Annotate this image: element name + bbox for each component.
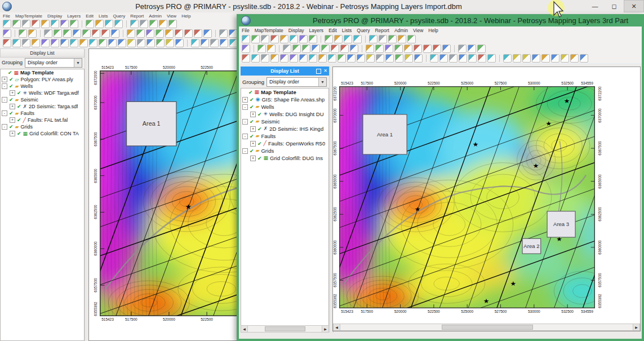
- edit-map-icon[interactable]: [242, 35, 250, 43]
- zoom-extent-icon[interactable]: [302, 45, 310, 53]
- report-icon[interactable]: [168, 20, 177, 28]
- scrollbar-thumb[interactable]: [265, 326, 305, 331]
- tree-item[interactable]: ✔▦Map Template: [1, 69, 84, 76]
- checkbox-checked-icon[interactable]: ✔: [17, 90, 21, 96]
- location-map-icon[interactable]: [99, 39, 107, 47]
- map-thumbnail-icon[interactable]: [270, 35, 279, 43]
- menu-file[interactable]: File: [3, 14, 10, 19]
- zoom-extent-icon[interactable]: [63, 29, 72, 38]
- colorfill-layer-icon[interactable]: [41, 39, 50, 47]
- tree-item[interactable]: +✔▦Grid Colorfill: CON TA: [1, 130, 84, 137]
- bubble-layer-icon[interactable]: [366, 54, 375, 63]
- tree-item[interactable]: -✔▰Grids: [1, 123, 84, 130]
- globe-icon[interactable]: [468, 45, 476, 53]
- layer-new-icon[interactable]: [86, 20, 94, 28]
- tree-item[interactable]: -✔▰Faults: [241, 132, 328, 140]
- tree-item[interactable]: -✔▰Faults: [1, 110, 84, 117]
- tree-item[interactable]: +✔◉GIS: Shape File Areas.shp: [241, 96, 328, 103]
- tree-item[interactable]: +✔▦Grid Colorfill: DUG Ins: [241, 154, 328, 162]
- copy-map-icon[interactable]: [375, 45, 384, 53]
- duplicate-icon[interactable]: [414, 45, 422, 53]
- checkbox-checked-icon[interactable]: ✔: [250, 104, 254, 110]
- blank-doc-icon[interactable]: [219, 29, 228, 38]
- tree-item[interactable]: -✔▰Wells: [1, 83, 84, 90]
- tree-item[interactable]: -✔▰Seismic: [241, 118, 328, 125]
- title-block-icon[interactable]: [405, 54, 413, 63]
- wells-layer-icon[interactable]: [251, 54, 260, 63]
- snapshot-icon[interactable]: [321, 45, 330, 53]
- undo-icon[interactable]: [19, 29, 27, 38]
- view-map-icon[interactable]: [251, 35, 260, 43]
- polygon-draw-icon[interactable]: [449, 54, 458, 63]
- fit-page-icon[interactable]: [101, 29, 110, 38]
- menu-maptemplate[interactable]: MapTemplate: [15, 14, 42, 19]
- menu-view[interactable]: View: [413, 28, 423, 33]
- menu-layers[interactable]: Layers: [67, 14, 81, 19]
- gis-layer-icon[interactable]: [347, 54, 356, 63]
- open-file-icon[interactable]: [379, 35, 387, 43]
- black-box-icon[interactable]: [350, 45, 358, 53]
- checkbox-checked-icon[interactable]: ✔: [9, 77, 14, 82]
- north-arrow-icon[interactable]: [503, 54, 512, 63]
- expander-icon[interactable]: -: [242, 104, 248, 110]
- abc-label-icon[interactable]: [430, 54, 438, 63]
- overlay-frame-icon[interactable]: [561, 54, 569, 63]
- tree-item[interactable]: -✔▰Seismic: [1, 96, 84, 103]
- dock-horizontal-scrollbar[interactable]: ◀ ▶: [241, 325, 329, 333]
- zoom-out-icon[interactable]: [292, 45, 301, 53]
- map-thumbnail-icon[interactable]: [32, 20, 40, 28]
- menu-help[interactable]: Help: [181, 14, 190, 19]
- contour-map-canvas[interactable]: ★★★★★★★★Area 1Area 2Area 3: [339, 86, 595, 308]
- line-draw-icon[interactable]: [439, 54, 448, 63]
- tree-item[interactable]: +✔✳Wells: DUG Insight DU: [241, 110, 328, 118]
- menu-display[interactable]: Display: [47, 14, 62, 19]
- map-preview-icon[interactable]: [22, 20, 30, 28]
- back-titlebar[interactable]: Petrosys PRO @ PRIMARY - psyslite.sdb - …: [0, 0, 644, 13]
- table-icon[interactable]: [127, 29, 135, 38]
- checkbox-checked-icon[interactable]: ✔: [9, 83, 14, 89]
- redo-icon[interactable]: [28, 29, 37, 38]
- tree-item[interactable]: +✔✗2D Seismic: IHS Kingd: [241, 125, 328, 132]
- layer-save-icon[interactable]: [344, 35, 352, 43]
- open-file-icon[interactable]: [140, 20, 148, 28]
- pointer-icon[interactable]: [442, 45, 451, 53]
- bring-front-icon[interactable]: [165, 29, 174, 38]
- undo-icon[interactable]: [257, 45, 266, 53]
- layer-import-icon[interactable]: [353, 35, 362, 43]
- checkbox-checked-icon[interactable]: ✔: [257, 156, 262, 161]
- minimize-button[interactable]: —: [585, 1, 605, 12]
- ellipse-draw-icon[interactable]: [478, 54, 486, 63]
- globe-view-icon[interactable]: [580, 54, 588, 63]
- scale-bar-icon[interactable]: [513, 54, 521, 63]
- scroll-left-icon[interactable]: ◀: [241, 326, 248, 332]
- fault-layer-icon[interactable]: [79, 39, 88, 47]
- text-layer-icon[interactable]: [70, 39, 78, 47]
- text-layer-icon[interactable]: [309, 54, 317, 63]
- map-area-annotation[interactable]: Area 2: [522, 238, 541, 254]
- checkbox-checked-icon[interactable]: ✔: [257, 126, 262, 132]
- expander-icon[interactable]: +: [250, 126, 256, 132]
- globe-layer-icon[interactable]: [328, 54, 336, 63]
- expander-icon[interactable]: +: [10, 117, 15, 123]
- scrollbar-thumb[interactable]: [442, 325, 533, 330]
- redo-icon[interactable]: [267, 45, 276, 53]
- expander-icon[interactable]: -: [2, 124, 7, 130]
- checkbox-checked-icon[interactable]: ✔: [17, 117, 21, 123]
- save-file-icon[interactable]: [388, 35, 397, 43]
- expander-icon[interactable]: -: [2, 110, 7, 116]
- tree-item[interactable]: ✔▦Map Template: [241, 88, 328, 96]
- colorbar-icon[interactable]: [522, 54, 531, 63]
- checkbox-checked-icon[interactable]: ✔: [17, 104, 21, 109]
- pan-icon[interactable]: [312, 45, 320, 53]
- hash-grid-icon[interactable]: [414, 54, 423, 63]
- page-copy-icon[interactable]: [184, 29, 193, 38]
- stop-icon[interactable]: [3, 29, 11, 38]
- map-horizontal-scrollbar[interactable]: ◀ ▶: [333, 324, 640, 331]
- refresh-icon[interactable]: [331, 45, 339, 53]
- tree-item[interactable]: +✔╱Faults: FAL twt.fal: [1, 117, 84, 123]
- layer-open-icon[interactable]: [95, 20, 104, 28]
- expander-icon[interactable]: +: [242, 97, 248, 103]
- checkbox-checked-icon[interactable]: ✔: [257, 112, 262, 117]
- paste-map-icon[interactable]: [385, 45, 393, 53]
- edit-dbm-icon[interactable]: [70, 20, 78, 28]
